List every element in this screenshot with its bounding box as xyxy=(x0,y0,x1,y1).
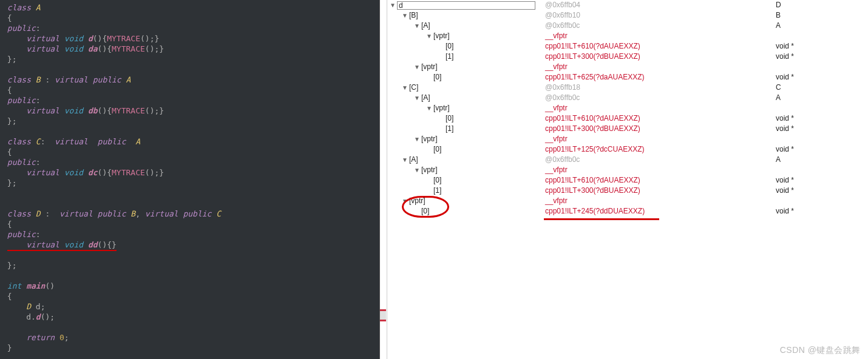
watch-type: B xyxy=(776,10,868,21)
watch-panel[interactable]: ▼d@0x6ffb04D▼[B]@0x6ffb10B▼[A]@0x6ffb0cA… xyxy=(387,0,868,359)
watch-type: A xyxy=(776,93,868,103)
watch-name[interactable]: [vptr] xyxy=(421,62,438,72)
watch-value: @0x6ffb0c xyxy=(545,93,776,103)
code-line[interactable]: } xyxy=(2,343,12,352)
code-line[interactable] xyxy=(2,199,7,208)
watch-row[interactable]: ▼[B]@0x6ffb10B xyxy=(387,10,868,21)
code-line[interactable]: class C: virtual public A xyxy=(2,137,140,146)
code-line[interactable]: }; xyxy=(2,178,16,187)
code-line[interactable] xyxy=(2,271,7,280)
chevron-down-icon[interactable]: ▼ xyxy=(402,82,408,93)
code-line[interactable]: D d; xyxy=(2,302,45,311)
watch-row[interactable]: ▼[A]@0x6ffb0cA xyxy=(387,93,868,103)
code-line[interactable]: virtual void db(){MYTRACE();} xyxy=(2,106,164,115)
code-line[interactable]: { xyxy=(2,292,12,301)
code-line[interactable]: class D : virtual public B, virtual publ… xyxy=(2,209,221,218)
watch-name[interactable]: [vptr] xyxy=(409,196,426,206)
watch-name[interactable]: [vptr] xyxy=(421,165,438,175)
watch-value: cpp01!ILT+245(?ddDUAEXXZ) xyxy=(545,206,776,216)
watch-name[interactable]: [vptr] xyxy=(421,134,438,144)
watch-name[interactable]: [vptr] xyxy=(433,31,450,41)
watch-name[interactable]: [B] xyxy=(409,10,418,21)
code-line[interactable]: class B : virtual public A xyxy=(2,75,131,84)
code-line[interactable]: int main() xyxy=(2,281,55,290)
splitter-handle[interactable] xyxy=(380,309,386,321)
chevron-down-icon[interactable]: ▼ xyxy=(402,10,408,21)
watch-row[interactable]: ▼[vptr]__vfptr xyxy=(387,196,868,206)
watch-row[interactable]: ▼[C]@0x6ffb18C xyxy=(387,82,868,93)
code-line[interactable] xyxy=(2,323,7,332)
watch-name[interactable]: [A] xyxy=(421,21,430,31)
watch-row[interactable]: [0]cpp01!ILT+610(?dAUAEXXZ)void * xyxy=(387,175,868,186)
chevron-down-icon[interactable]: ▼ xyxy=(402,196,408,206)
code-line[interactable]: { xyxy=(2,86,12,95)
watch-value: @0x6ffb0c xyxy=(545,21,776,31)
code-line[interactable]: return 0; xyxy=(2,333,69,342)
watch-name[interactable]: [A] xyxy=(421,93,430,103)
watch-name[interactable]: [vptr] xyxy=(433,103,450,113)
code-line[interactable] xyxy=(2,127,7,136)
watch-row[interactable]: ▼[vptr]__vfptr xyxy=(387,165,868,175)
watch-row[interactable]: [1]cpp01!ILT+300(?dBUAEXXZ)void * xyxy=(387,124,868,134)
watch-name[interactable]: [1] xyxy=(446,124,453,134)
splitter[interactable] xyxy=(380,0,387,359)
watch-name[interactable]: [0] xyxy=(433,72,441,82)
watch-row[interactable]: [0]cpp01!ILT+625(?daAUAEXXZ)void * xyxy=(387,72,868,82)
watch-row[interactable]: ▼[vptr]__vfptr xyxy=(387,103,868,113)
watch-row[interactable]: [1]cpp01!ILT+300(?dBUAEXXZ)void * xyxy=(387,186,868,196)
watch-name[interactable]: [1] xyxy=(433,186,441,196)
code-line[interactable] xyxy=(2,250,7,260)
chevron-down-icon[interactable]: ▼ xyxy=(414,165,420,175)
watch-row[interactable]: ▼[vptr]__vfptr xyxy=(387,134,868,144)
code-line[interactable]: }; xyxy=(2,116,16,126)
watch-value: cpp01!ILT+300(?dBUAEXXZ) xyxy=(545,52,776,62)
watch-row[interactable]: [0]cpp01!ILT+245(?ddDUAEXXZ)void * xyxy=(387,206,868,216)
code-line[interactable]: }; xyxy=(2,55,16,64)
chevron-down-icon[interactable]: ▼ xyxy=(414,21,420,31)
chevron-down-icon[interactable]: ▼ xyxy=(402,155,408,165)
code-line[interactable]: { xyxy=(2,13,12,22)
watch-row[interactable]: [1]cpp01!ILT+300(?dBUAEXXZ)void * xyxy=(387,52,868,62)
watch-name[interactable]: [0] xyxy=(446,113,453,124)
code-line[interactable]: virtual void d(){MYTRACE();} xyxy=(2,34,159,43)
watch-row[interactable]: ▼[A]@0x6ffb0cA xyxy=(387,155,868,165)
watch-name[interactable]: d xyxy=(397,1,535,10)
code-line[interactable]: virtual void dd(){} xyxy=(2,240,117,251)
watch-value: cpp01!ILT+125(?dcCUAEXXZ) xyxy=(545,144,776,155)
code-line[interactable]: d.d(); xyxy=(2,312,55,321)
watch-row[interactable]: [0]cpp01!ILT+610(?dAUAEXXZ)void * xyxy=(387,113,868,124)
code-line[interactable] xyxy=(2,189,7,198)
watch-name[interactable]: [1] xyxy=(446,52,453,62)
watch-name[interactable]: [0] xyxy=(433,144,441,155)
code-line[interactable]: class A xyxy=(2,3,41,12)
watch-name[interactable]: [0] xyxy=(421,206,429,216)
code-line[interactable]: public: xyxy=(2,24,41,33)
code-line[interactable]: virtual void da(){MYTRACE();} xyxy=(2,44,164,53)
watch-row[interactable]: [0]cpp01!ILT+610(?dAUAEXXZ)void * xyxy=(387,41,868,52)
watch-name[interactable]: [0] xyxy=(433,175,441,186)
code-line[interactable]: { xyxy=(2,220,12,229)
chevron-down-icon[interactable]: ▼ xyxy=(414,93,420,103)
chevron-down-icon[interactable]: ▼ xyxy=(426,103,432,113)
code-line[interactable]: virtual void dc(){MYTRACE();} xyxy=(2,168,164,177)
watch-name[interactable]: [C] xyxy=(409,82,418,93)
code-line[interactable]: public: xyxy=(2,230,41,239)
watch-row[interactable]: [0]cpp01!ILT+125(?dcCUAEXXZ)void * xyxy=(387,144,868,155)
watch-row[interactable]: ▼[vptr]__vfptr xyxy=(387,31,868,41)
chevron-down-icon[interactable]: ▼ xyxy=(426,31,432,41)
chevron-down-icon[interactable]: ▼ xyxy=(414,62,420,72)
code-line[interactable] xyxy=(2,65,7,74)
code-line[interactable]: public: xyxy=(2,96,41,105)
code-line[interactable]: public: xyxy=(2,158,41,167)
watch-name[interactable]: [0] xyxy=(446,41,453,52)
code-lines[interactable]: class A { public: virtual void d(){MYTRA… xyxy=(0,0,379,353)
code-editor[interactable]: class A { public: virtual void d(){MYTRA… xyxy=(0,0,380,359)
watch-row[interactable]: ▼[vptr]__vfptr xyxy=(387,62,868,72)
chevron-down-icon[interactable]: ▼ xyxy=(414,134,420,144)
watch-name[interactable]: [A] xyxy=(409,155,418,165)
chevron-down-icon[interactable]: ▼ xyxy=(390,0,396,10)
watch-row[interactable]: ▼d@0x6ffb04D xyxy=(387,0,868,10)
code-line[interactable]: }; xyxy=(2,261,16,270)
code-line[interactable]: { xyxy=(2,147,12,156)
watch-row[interactable]: ▼[A]@0x6ffb0cA xyxy=(387,21,868,31)
